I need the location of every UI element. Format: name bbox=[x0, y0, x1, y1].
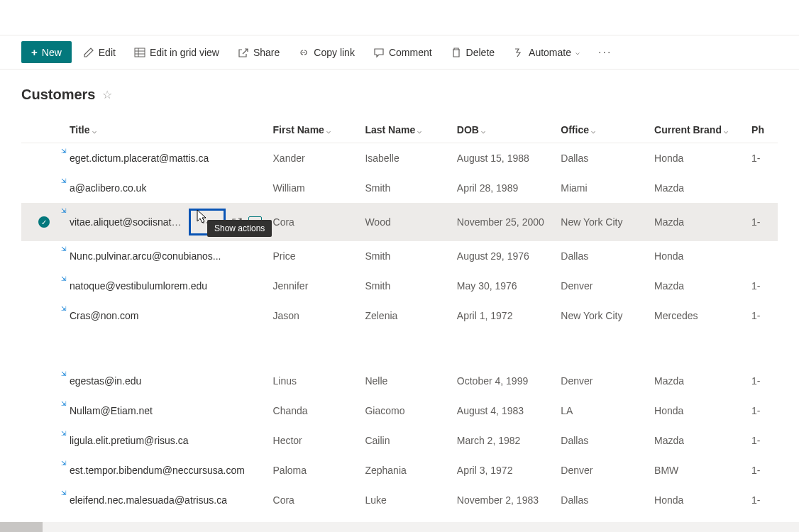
cell-dob: May 30, 1976 bbox=[451, 271, 556, 301]
share-label: Share bbox=[253, 47, 280, 58]
item-title-link[interactable]: a@aclibero.co.uk bbox=[70, 182, 146, 194]
column-title[interactable]: Title⌵ bbox=[55, 117, 268, 143]
item-title-link[interactable]: egestas@in.edu bbox=[70, 375, 141, 387]
table-row[interactable]: ⇲ligula.elit.pretium@risus.caHectorCaili… bbox=[21, 426, 778, 455]
show-actions-tooltip: Show actions bbox=[207, 220, 272, 237]
share-button[interactable]: Share bbox=[231, 43, 287, 62]
share-icon bbox=[238, 47, 249, 58]
cell-first: Paloma bbox=[268, 455, 360, 485]
cell-first: Cora bbox=[268, 485, 360, 515]
comment-button[interactable]: Comment bbox=[366, 43, 439, 62]
cell-brand: BMW bbox=[649, 455, 746, 485]
cell-last: Zephania bbox=[359, 455, 451, 485]
item-title-link[interactable]: eget.dictum.placerat@mattis.ca bbox=[70, 153, 209, 164]
cell-office: New York City bbox=[555, 203, 649, 241]
cell-office: LA bbox=[555, 396, 649, 426]
cell-last: Isabelle bbox=[359, 143, 451, 173]
plus-icon: + bbox=[31, 46, 38, 58]
table-row[interactable]: ⇲egestas@in.eduLinusNelleOctober 4, 1999… bbox=[21, 366, 778, 396]
table-row[interactable]: ⇲Nunc.pulvinar.arcu@conubianos...PriceSm… bbox=[21, 241, 778, 271]
cell-phone: 1- bbox=[746, 271, 778, 301]
cell-first: Cora bbox=[268, 203, 360, 241]
chevron-down-icon: ⌵ bbox=[326, 127, 331, 135]
item-title-link[interactable]: natoque@vestibulumlorem.edu bbox=[70, 280, 207, 292]
cell-office: Denver bbox=[555, 271, 649, 301]
top-spacer bbox=[0, 0, 799, 35]
cell-brand: Mazda bbox=[649, 366, 746, 396]
cell-last: Cailin bbox=[359, 426, 451, 455]
cell-phone: 1- bbox=[746, 396, 778, 426]
cell-dob: March 2, 1982 bbox=[451, 426, 556, 455]
table-row[interactable]: ⇲eleifend.nec.malesuada@atrisus.caCoraLu… bbox=[21, 485, 778, 515]
flow-icon bbox=[513, 47, 524, 58]
column-brand[interactable]: Current Brand⌵ bbox=[649, 117, 746, 143]
table-row[interactable]: ⇲a@aclibero.co.ukWilliamSmithApril 28, 1… bbox=[21, 173, 778, 203]
edit-grid-button[interactable]: Edit in grid view bbox=[127, 43, 226, 62]
cell-dob: November 2, 1983 bbox=[451, 485, 556, 515]
item-title-link[interactable]: vitae.aliquet@sociisnato... bbox=[70, 216, 183, 228]
table-row[interactable]: ⇲eget.dictum.placerat@mattis.caXanderIsa… bbox=[21, 143, 778, 173]
comment-icon bbox=[373, 47, 385, 58]
cell-phone: 1- bbox=[746, 485, 778, 515]
table-row[interactable]: ⇲Nullam@Etiam.netChandaGiacomoAugust 4, … bbox=[21, 396, 778, 426]
item-indicator-icon: ⇲ bbox=[61, 177, 67, 184]
item-title-link[interactable]: Nullam@Etiam.net bbox=[70, 405, 153, 416]
cell-office: New York City bbox=[555, 301, 649, 331]
table-row[interactable]: ⇲est.tempor.bibendum@neccursusa.comPalom… bbox=[21, 455, 778, 485]
cell-office: Denver bbox=[555, 366, 649, 396]
cell-last: Smith bbox=[359, 173, 451, 203]
trash-icon bbox=[451, 47, 462, 58]
cell-brand: Honda bbox=[649, 396, 746, 426]
column-phone[interactable]: Ph bbox=[746, 117, 778, 143]
cell-dob: August 4, 1983 bbox=[451, 396, 556, 426]
cell-last: Smith bbox=[359, 241, 451, 271]
column-last-name[interactable]: Last Name⌵ bbox=[359, 117, 451, 143]
table-row[interactable]: ⇲natoque@vestibulumlorem.eduJenniferSmit… bbox=[21, 271, 778, 301]
cell-last: Nelle bbox=[359, 366, 451, 396]
item-indicator-icon: ⇲ bbox=[61, 460, 67, 467]
check-icon[interactable]: ✓ bbox=[38, 216, 50, 228]
column-dob[interactable]: DOB⌵ bbox=[451, 117, 556, 143]
favorite-star-icon[interactable]: ☆ bbox=[102, 88, 112, 101]
item-title-link[interactable]: Nunc.pulvinar.arcu@conubianos... bbox=[70, 250, 221, 262]
item-title-link[interactable]: eleifend.nec.malesuada@atrisus.ca bbox=[70, 494, 227, 506]
cell-phone: 1- bbox=[746, 426, 778, 455]
horizontal-scrollbar[interactable] bbox=[0, 522, 799, 532]
table-row[interactable]: ⇲Cras@non.comJasonZeleniaApril 1, 1972Ne… bbox=[21, 301, 778, 331]
cell-office: Miami bbox=[555, 173, 649, 203]
cell-dob: April 1, 1972 bbox=[451, 301, 556, 331]
cell-last: Smith bbox=[359, 271, 451, 301]
cell-brand: Honda bbox=[649, 485, 746, 515]
item-title-link[interactable]: est.tempor.bibendum@neccursusa.com bbox=[70, 465, 245, 476]
item-indicator-icon: ⇲ bbox=[61, 430, 67, 437]
cell-brand: Honda bbox=[649, 143, 746, 173]
column-office[interactable]: Office⌵ bbox=[555, 117, 649, 143]
item-indicator-icon: ⇲ bbox=[61, 370, 67, 377]
list-header: Customers ☆ bbox=[21, 87, 778, 103]
item-indicator-icon: ⇲ bbox=[61, 207, 67, 214]
scrollbar-thumb[interactable] bbox=[0, 522, 43, 532]
delete-button[interactable]: Delete bbox=[443, 43, 502, 62]
grid-icon bbox=[134, 47, 145, 58]
item-title-link[interactable]: ligula.elit.pretium@risus.ca bbox=[70, 435, 189, 446]
cell-brand: Honda bbox=[649, 241, 746, 271]
chevron-down-icon: ⌵ bbox=[724, 127, 728, 135]
content-area: Customers ☆ Title⌵ First Name⌵ Last Name… bbox=[0, 70, 799, 515]
automate-button[interactable]: Automate ⌵ bbox=[506, 43, 587, 62]
cell-last: Zelenia bbox=[359, 301, 451, 331]
cell-phone bbox=[746, 173, 778, 203]
new-button[interactable]: + New bbox=[21, 41, 72, 63]
copy-link-button[interactable]: Copy link bbox=[291, 43, 362, 62]
column-first-name[interactable]: First Name⌵ bbox=[268, 117, 360, 143]
cell-office: Dallas bbox=[555, 426, 649, 455]
item-title-link[interactable]: Cras@non.com bbox=[70, 310, 138, 321]
item-indicator-icon: ⇲ bbox=[61, 148, 67, 155]
table-row[interactable]: ✓⇲vitae.aliquet@sociisnato...⋮•••CoraWoo… bbox=[21, 203, 778, 241]
column-select[interactable] bbox=[21, 117, 55, 143]
cell-first: Linus bbox=[268, 366, 360, 396]
more-commands-button[interactable]: ··· bbox=[591, 42, 619, 63]
cell-dob: August 15, 1988 bbox=[451, 143, 556, 173]
cell-phone bbox=[746, 241, 778, 271]
cell-first: Hector bbox=[268, 426, 360, 455]
edit-button[interactable]: Edit bbox=[76, 43, 123, 62]
